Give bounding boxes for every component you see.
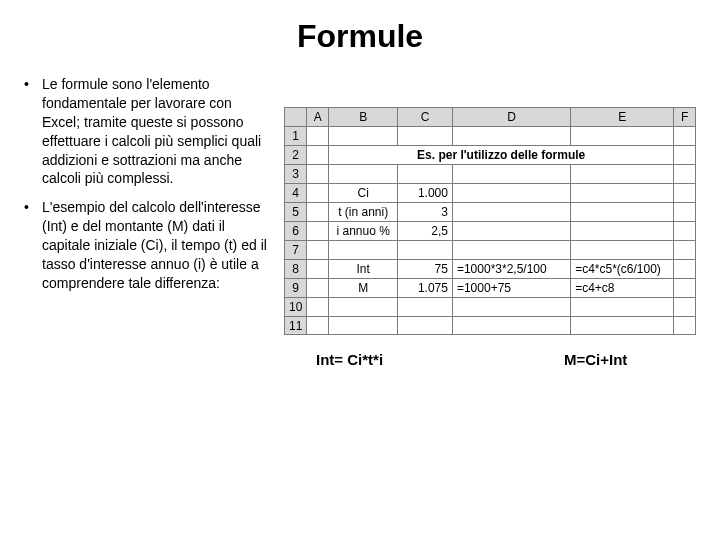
row-header[interactable]: 8 bbox=[285, 260, 307, 279]
bullet-text: L'esempio del calcolo dell'interesse (In… bbox=[42, 198, 268, 292]
cell[interactable] bbox=[328, 298, 397, 317]
cell[interactable] bbox=[398, 298, 453, 317]
cell[interactable]: 1.000 bbox=[398, 184, 453, 203]
cell[interactable] bbox=[328, 165, 397, 184]
cell[interactable] bbox=[398, 127, 453, 146]
cell[interactable] bbox=[571, 241, 674, 260]
col-header[interactable]: B bbox=[328, 108, 397, 127]
cell[interactable] bbox=[571, 317, 674, 335]
row-header[interactable]: 3 bbox=[285, 165, 307, 184]
cell[interactable] bbox=[307, 127, 329, 146]
cell[interactable] bbox=[307, 260, 329, 279]
cell[interactable] bbox=[674, 203, 696, 222]
cell[interactable] bbox=[307, 222, 329, 241]
cell[interactable] bbox=[328, 317, 397, 335]
row-header[interactable]: 11 bbox=[285, 317, 307, 335]
col-header[interactable]: D bbox=[452, 108, 570, 127]
cell[interactable] bbox=[307, 317, 329, 335]
cell[interactable] bbox=[674, 317, 696, 335]
cell[interactable] bbox=[674, 146, 696, 165]
cell[interactable] bbox=[452, 203, 570, 222]
formula-int: Int= Ci*t*i bbox=[284, 351, 564, 368]
row-header[interactable]: 6 bbox=[285, 222, 307, 241]
cell[interactable] bbox=[398, 241, 453, 260]
cell[interactable] bbox=[307, 298, 329, 317]
row-header[interactable]: 10 bbox=[285, 298, 307, 317]
cell[interactable] bbox=[674, 222, 696, 241]
cell[interactable] bbox=[674, 165, 696, 184]
row-header[interactable]: 5 bbox=[285, 203, 307, 222]
cell[interactable] bbox=[307, 279, 329, 298]
formula-m: M=Ci+Int bbox=[564, 351, 627, 368]
spreadsheet-grid[interactable]: A B C D E F 1 2Es. per l'utilizzo delle … bbox=[284, 107, 696, 335]
cell[interactable] bbox=[398, 165, 453, 184]
cell[interactable] bbox=[674, 184, 696, 203]
cell[interactable] bbox=[328, 241, 397, 260]
cell[interactable]: 1.075 bbox=[398, 279, 453, 298]
cell[interactable] bbox=[571, 222, 674, 241]
cell[interactable]: =c4+c8 bbox=[571, 279, 674, 298]
cell[interactable]: 3 bbox=[398, 203, 453, 222]
cell[interactable] bbox=[674, 241, 696, 260]
cell[interactable] bbox=[452, 165, 570, 184]
cell[interactable] bbox=[674, 279, 696, 298]
cell[interactable]: M bbox=[328, 279, 397, 298]
cell[interactable] bbox=[452, 127, 570, 146]
cell[interactable] bbox=[398, 317, 453, 335]
row-header[interactable]: 2 bbox=[285, 146, 307, 165]
col-header[interactable]: E bbox=[571, 108, 674, 127]
cell[interactable] bbox=[452, 241, 570, 260]
cell[interactable]: Int bbox=[328, 260, 397, 279]
list-item: • L'esempio del calcolo dell'interesse (… bbox=[24, 198, 268, 292]
cell[interactable] bbox=[571, 203, 674, 222]
row-header[interactable]: 1 bbox=[285, 127, 307, 146]
cell[interactable]: Ci bbox=[328, 184, 397, 203]
cell[interactable]: 2,5 bbox=[398, 222, 453, 241]
cell[interactable] bbox=[674, 260, 696, 279]
col-header[interactable]: A bbox=[307, 108, 329, 127]
cell[interactable] bbox=[571, 184, 674, 203]
list-item: • Le formule sono l'elemento fondamental… bbox=[24, 75, 268, 188]
cell[interactable]: 75 bbox=[398, 260, 453, 279]
corner-cell[interactable] bbox=[285, 108, 307, 127]
cell[interactable] bbox=[452, 184, 570, 203]
cell[interactable] bbox=[674, 127, 696, 146]
cell[interactable]: t (in anni) bbox=[328, 203, 397, 222]
cell[interactable] bbox=[571, 298, 674, 317]
cell[interactable] bbox=[571, 127, 674, 146]
cell[interactable] bbox=[452, 222, 570, 241]
bullet-list: • Le formule sono l'elemento fondamental… bbox=[24, 75, 268, 293]
merged-heading-cell[interactable]: Es. per l'utilizzo delle formule bbox=[328, 146, 674, 165]
cell[interactable] bbox=[307, 241, 329, 260]
cell[interactable]: =1000+75 bbox=[452, 279, 570, 298]
cell[interactable] bbox=[307, 184, 329, 203]
cell[interactable] bbox=[571, 165, 674, 184]
col-header[interactable]: F bbox=[674, 108, 696, 127]
cell[interactable] bbox=[307, 146, 329, 165]
cell[interactable] bbox=[307, 203, 329, 222]
cell[interactable] bbox=[307, 165, 329, 184]
col-header[interactable]: C bbox=[398, 108, 453, 127]
cell[interactable]: =c4*c5*(c6/100) bbox=[571, 260, 674, 279]
bullet-text: Le formule sono l'elemento fondamentale … bbox=[42, 75, 268, 188]
bullet-icon: • bbox=[24, 75, 42, 188]
page-title: Formule bbox=[24, 18, 696, 55]
cell[interactable] bbox=[328, 127, 397, 146]
cell[interactable]: i annuo % bbox=[328, 222, 397, 241]
cell[interactable] bbox=[452, 317, 570, 335]
row-header[interactable]: 9 bbox=[285, 279, 307, 298]
bullet-icon: • bbox=[24, 198, 42, 292]
cell[interactable] bbox=[452, 298, 570, 317]
cell[interactable]: =1000*3*2,5/100 bbox=[452, 260, 570, 279]
row-header[interactable]: 4 bbox=[285, 184, 307, 203]
row-header[interactable]: 7 bbox=[285, 241, 307, 260]
cell[interactable] bbox=[674, 298, 696, 317]
